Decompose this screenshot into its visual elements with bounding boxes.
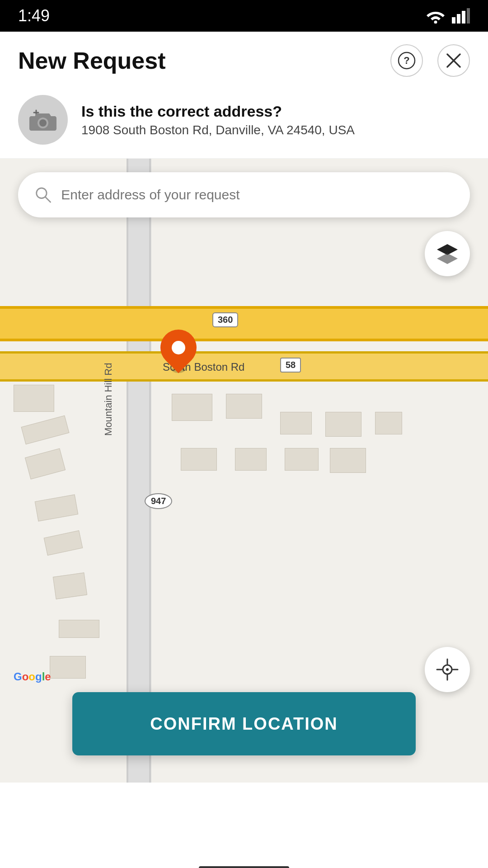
pin-dot — [172, 341, 185, 354]
header: New Request ? — [0, 32, 488, 86]
mountain-hill-rd-label: Mountain Hill Rd — [103, 363, 114, 436]
status-time: 1:49 — [18, 6, 50, 25]
search-icon — [34, 185, 52, 204]
pin-head — [153, 322, 204, 373]
map-container[interactable]: 360 58 South Boston Rd 947 Mountain Hill… — [0, 159, 488, 783]
search-input[interactable] — [61, 187, 454, 203]
status-bar: 1:49 — [0, 0, 488, 32]
gps-icon — [436, 658, 459, 681]
svg-rect-4 — [467, 8, 470, 24]
layer-toggle-button[interactable] — [425, 231, 470, 276]
svg-rect-1 — [452, 17, 455, 24]
route-947-shield: 947 — [145, 493, 172, 509]
nav-pill — [199, 866, 289, 868]
address-text-block: Is this the correct address? 1908 South … — [81, 102, 355, 138]
google-watermark: G o o g l e — [14, 670, 51, 683]
page-title: New Request — [18, 47, 166, 74]
help-icon: ? — [398, 52, 416, 70]
svg-rect-3 — [462, 11, 465, 24]
svg-point-0 — [434, 21, 437, 24]
svg-point-18 — [446, 668, 449, 671]
svg-rect-2 — [457, 14, 460, 24]
svg-marker-16 — [437, 253, 458, 264]
confirm-location-button[interactable]: CONFIRM LOCATION — [72, 692, 416, 755]
wifi-icon — [426, 8, 446, 24]
close-button[interactable] — [437, 44, 470, 77]
svg-line-14 — [45, 197, 50, 202]
camera-avatar[interactable] — [18, 95, 68, 145]
search-bar[interactable] — [18, 172, 470, 217]
route-58-shield: 58 — [280, 358, 301, 373]
svg-point-12 — [39, 119, 47, 127]
close-icon — [446, 52, 462, 69]
header-actions: ? — [390, 44, 470, 77]
svg-text:?: ? — [404, 55, 409, 66]
confirm-location-label: CONFIRM LOCATION — [150, 714, 338, 734]
layers-icon — [436, 243, 459, 264]
gps-button[interactable] — [425, 647, 470, 692]
status-icons — [426, 8, 470, 24]
route-360-shield: 360 — [212, 312, 238, 327]
address-card: Is this the correct address? 1908 South … — [0, 86, 488, 159]
map-background: 360 58 South Boston Rd 947 Mountain Hill… — [0, 159, 488, 783]
help-button[interactable]: ? — [390, 44, 423, 77]
map-pin — [160, 330, 197, 373]
address-question: Is this the correct address? — [81, 102, 355, 121]
camera-icon — [29, 108, 56, 132]
signal-icon — [452, 8, 470, 24]
address-detail: 1908 South Boston Rd, Danville, VA 24540… — [81, 123, 355, 137]
